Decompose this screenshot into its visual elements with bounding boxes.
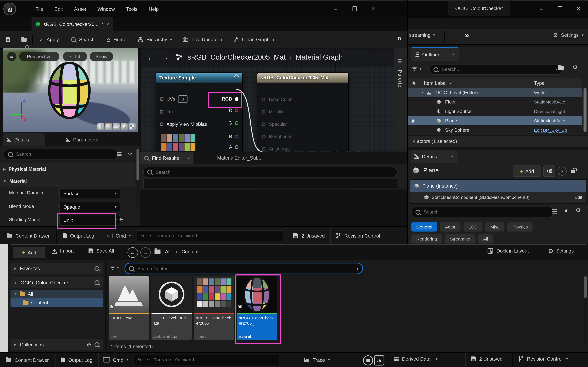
dock-in-layout-button[interactable]: Dock in Layout (488, 248, 529, 254)
console-command-input[interactable] (136, 230, 283, 241)
derived-data-button[interactable]: Derived Data▾ (394, 356, 438, 362)
level-details-tab[interactable]: Details × (411, 150, 457, 163)
category-pill-lod[interactable]: LOD (463, 222, 482, 232)
details-display-options-icon[interactable] (117, 152, 122, 156)
back-button[interactable]: ← (127, 247, 138, 258)
material-pin-metallic[interactable]: Metallic (262, 108, 285, 116)
trace-button[interactable]: Trace▾ (304, 357, 330, 363)
revision-control-button[interactable]: Revision Control▾ (518, 356, 568, 362)
expander-icon[interactable]: ▼ (421, 91, 426, 94)
asset-tile-srgb_colorchecker2005[interactable]: sRGB_ColorChecker2005Texture (194, 276, 234, 340)
level-details-close-icon[interactable]: × (451, 154, 454, 159)
search-icon[interactable] (95, 342, 99, 347)
menu-item-file[interactable]: File (30, 6, 48, 12)
clean-graph-button[interactable]: Clean Graph▾ (228, 37, 280, 42)
material-pin-specular[interactable]: Specular (262, 120, 287, 128)
edit-component-link[interactable]: Edit (575, 195, 582, 200)
find-results-search-input[interactable] (155, 169, 393, 175)
content-search-input[interactable] (137, 266, 354, 271)
viewport-show-button[interactable]: Show (90, 52, 113, 61)
expander-icon[interactable]: ▶ (14, 342, 16, 346)
output-pin-a[interactable]: A (229, 143, 239, 151)
section-physical-material[interactable]: ▶ Physical Material (0, 163, 135, 175)
outliner-settings-icon[interactable]: ⚙ (572, 64, 578, 70)
toolbar-overflow-icon[interactable]: » (397, 33, 402, 43)
expander-icon[interactable]: ▶ (14, 267, 16, 270)
material-preview-viewport[interactable]: ☰ Perspective ◐Lit Show Z X (3, 48, 138, 132)
menu-item-asset[interactable]: Asset (69, 6, 91, 12)
category-pill-all[interactable]: All (478, 234, 493, 243)
insights-record-icon[interactable] (363, 355, 373, 365)
details-tab[interactable]: Details × (3, 133, 44, 146)
details-tab-close-icon[interactable]: × (38, 137, 41, 142)
expander-icon[interactable]: ▼ (14, 292, 17, 296)
material-graph-panel[interactable]: ← → sRGB_ColorChecker2005_Mat › Material… (140, 48, 407, 190)
uvs-value[interactable]: 0 (178, 95, 188, 103)
project-section[interactable]: ▼ OCIO_ColourChecker (10, 277, 103, 288)
favorites-filter-icon[interactable]: ★ (564, 207, 569, 214)
search-button[interactable]: Search (65, 37, 101, 42)
reset-to-default-icon[interactable]: ↩ (119, 216, 124, 222)
cmd-button[interactable]: >_ Cmd▾ (98, 357, 133, 363)
output-log-button[interactable]: Output Log (57, 233, 100, 238)
edit-blueprint-link[interactable]: Edit BP_Sky_Sp (534, 127, 582, 133)
cmd-button[interactable]: >_ Cmd▾ (101, 233, 136, 238)
breadcrumb-current[interactable]: Content (181, 249, 199, 254)
item-label-column-header[interactable]: Item Label (424, 80, 447, 86)
input-pin-uvs[interactable]: UVs0 (160, 95, 188, 103)
property-dropdown[interactable]: Unlit▾ (59, 215, 120, 226)
status-console-input[interactable] (133, 355, 279, 365)
breadcrumb-asset[interactable]: sRGB_ColorChecker2005_Mat (188, 53, 286, 62)
input-pin-tex[interactable]: Tex (160, 108, 174, 116)
node-collapse-icon[interactable] (234, 74, 239, 80)
instance-row[interactable]: Plane (Instance) (410, 180, 586, 192)
favorites-section[interactable]: ▶ Favorites (10, 263, 103, 274)
asset-tab[interactable]: sRGB_ColorChecker20... * × (32, 17, 113, 31)
import-button[interactable]: Import (52, 248, 74, 254)
property-dropdown[interactable]: Opaque▾ (59, 202, 120, 212)
component-row[interactable]: StaticMeshComponent (StaticMeshComponent… (410, 192, 586, 203)
expander-icon[interactable]: ▼ (14, 281, 17, 284)
blueprint-button[interactable] (543, 166, 555, 177)
material-pin-roughness[interactable]: Roughness (262, 133, 292, 141)
minimize-button[interactable]: – (534, 4, 548, 14)
find-results-search[interactable] (143, 167, 397, 177)
unlocked-icon[interactable] (571, 168, 575, 174)
cb-settings-button[interactable]: ⚙ Settings (548, 248, 574, 254)
material-editor-sub-tab[interactable]: MaterialEditor_Sub... (217, 155, 262, 161)
type-column-header[interactable]: Type (531, 78, 582, 88)
input-pin-apply-view-mipbias[interactable]: Apply View MipBias (160, 120, 207, 128)
details-scrollbar[interactable] (137, 149, 139, 209)
settings-button[interactable]: ⚙ Settings▾ (553, 32, 583, 38)
expander-icon[interactable]: ▶ (3, 167, 6, 171)
preview-sphere-button[interactable] (105, 123, 112, 130)
viewport-perspective-button[interactable]: Perspective (19, 52, 59, 61)
outliner-add-folder-icon[interactable]: + (558, 65, 564, 71)
content-drawer-button[interactable]: Content Drawer (0, 357, 55, 363)
outliner-search[interactable]: ▾ (429, 64, 562, 75)
viewport-lit-button[interactable]: ◐Lit (63, 52, 87, 61)
unreal-logo-icon[interactable]: u (3, 3, 16, 16)
output-pin-r[interactable]: R (229, 107, 239, 114)
outliner-row-ocio-level-editor-[interactable]: ▼OCIO_Level (Editor)World (408, 88, 582, 98)
output-pin-rgb[interactable]: RGB (222, 95, 238, 103)
visibility-column-icon[interactable]: ◉ (412, 81, 416, 85)
section-material[interactable]: ▼ Material (0, 175, 135, 187)
maximize-button[interactable] (347, 4, 361, 14)
details-matrix-icon[interactable] (552, 209, 557, 214)
outliner-row-floor[interactable]: FloorStaticMeshActo (408, 97, 582, 107)
cb-filter-icon[interactable] (110, 266, 115, 270)
add-component-button[interactable]: + Add (513, 166, 541, 177)
category-pill-general[interactable]: General (411, 222, 437, 232)
preview-cube-button[interactable] (121, 123, 128, 130)
preview-plane-button[interactable] (113, 123, 120, 130)
revision-control-button[interactable]: Revision Control (330, 233, 385, 238)
unsaved-button[interactable]: 2 Unsaved (471, 356, 503, 362)
visibility-eye-icon[interactable]: ◉ (408, 118, 418, 123)
apply-button[interactable]: ✓ Apply (33, 36, 65, 43)
minimize-button[interactable]: – (328, 4, 343, 14)
forward-button[interactable]: → (140, 247, 151, 258)
outliner-scrollbar[interactable] (584, 88, 587, 135)
outliner-row-plane[interactable]: ◉PlaneStaticMeshActo (408, 116, 582, 126)
streaming-button[interactable]: streaming▾ (409, 32, 435, 38)
